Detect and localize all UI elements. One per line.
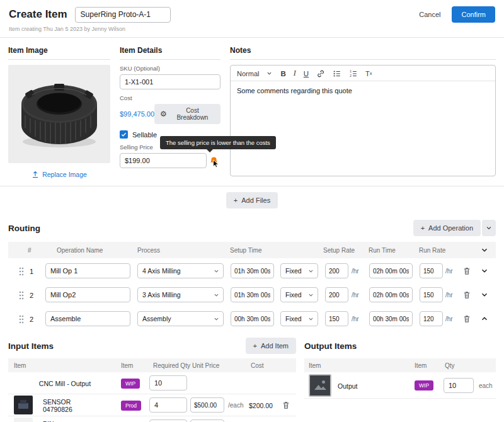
col-qty: Qty [445, 362, 455, 369]
add-files-button[interactable]: + Add Files [226, 192, 278, 208]
run-rate-unit: /hr [445, 268, 453, 275]
add-operation-button[interactable]: + Add Operation [413, 220, 481, 236]
price-warning-icon[interactable] [209, 156, 219, 166]
notes-content[interactable]: Some comments regarding this quote [231, 81, 495, 100]
process-select[interactable]: 3 Axis Milling [137, 287, 224, 302]
upload-icon [32, 171, 39, 178]
gear-icon: ⚙ [160, 110, 167, 118]
routing-heading: Routing [8, 224, 40, 233]
setup-rate-input[interactable] [325, 311, 348, 326]
routing-row: 2 Assembly Fixed /hr /hr [8, 308, 496, 330]
status-badge: WIP [415, 380, 433, 391]
setup-rate-type-select[interactable]: Fixed [280, 287, 318, 302]
input-items-header: Input Items + Add Item [8, 338, 296, 354]
delete-operation-icon[interactable] [462, 266, 471, 277]
cost-value[interactable]: $99,475.00 [120, 110, 154, 118]
format-select[interactable]: Normal [237, 70, 272, 77]
col-item-type: Item [415, 362, 427, 369]
operation-number: 2 [24, 292, 39, 299]
item-name-input[interactable] [75, 7, 171, 23]
routing-row: 1 4 Axis Milling Fixed /hr /hr [8, 260, 496, 282]
bullet-list-button[interactable] [332, 69, 342, 78]
cost-breakdown-label: Cost Breakdown [170, 107, 215, 121]
output-item-name: Output [338, 382, 358, 390]
delete-operation-icon[interactable] [462, 314, 471, 325]
sku-input[interactable] [120, 74, 220, 89]
item-thumbnail [14, 396, 33, 414]
sku-label: SKU (Optional) [120, 65, 220, 72]
run-rate-unit: /hr [445, 316, 453, 322]
setup-time-input[interactable] [231, 263, 274, 278]
add-operation-menu-button[interactable] [482, 220, 496, 236]
unit-price-unit: /each [228, 402, 243, 409]
selling-price-input[interactable] [120, 153, 207, 168]
add-operation-split-button: + Add Operation [413, 220, 496, 236]
run-rate-input[interactable] [420, 287, 443, 302]
setup-time-input[interactable] [231, 287, 274, 302]
chevron-down-icon [214, 268, 219, 274]
format-select-value: Normal [237, 70, 259, 77]
numbered-list-button[interactable]: 12 [348, 69, 358, 78]
bold-button[interactable]: B [280, 70, 286, 77]
run-time-input[interactable] [369, 287, 413, 302]
sellable-checkbox[interactable] [120, 130, 128, 139]
collapse-row-icon[interactable] [481, 315, 488, 324]
delete-operation-icon[interactable] [462, 290, 471, 301]
status-badge: Prod [121, 401, 141, 411]
drag-handle-icon[interactable] [19, 267, 24, 277]
process-select[interactable]: Assembly [137, 311, 224, 326]
replace-image-button[interactable]: Replace Image [8, 171, 110, 178]
process-select[interactable]: 4 Axis Milling [137, 263, 224, 278]
input-item-name: CNC Mill - Output [8, 380, 122, 387]
underline-button[interactable]: U [303, 70, 309, 77]
setup-time-input[interactable] [231, 311, 274, 326]
collapse-all-icon[interactable] [481, 246, 488, 255]
operation-name-input[interactable] [45, 263, 130, 278]
chevron-down-icon [308, 292, 314, 298]
col-run-rate: Run Rate [419, 247, 445, 254]
drag-handle-icon[interactable] [19, 315, 24, 325]
unit-price-input[interactable] [190, 397, 224, 413]
plus-icon: + [421, 224, 425, 232]
operation-number: 1 [24, 268, 39, 275]
create-item-page: { "header": { "title": "Create Item", "i… [0, 0, 504, 422]
expand-row-icon[interactable] [481, 291, 488, 300]
notes-editor: Normal B I U 12 Tx Some comments regardi… [230, 65, 496, 176]
operation-name-input[interactable] [45, 287, 130, 302]
italic-button[interactable]: I [293, 69, 297, 78]
price-warning-tooltip: The selling price is lower than the cost… [160, 136, 276, 149]
item-image-heading: Item Image [8, 44, 110, 60]
input-items-heading: Input Items [8, 341, 54, 351]
output-qty-input[interactable] [444, 378, 474, 393]
setup-rate-input[interactable] [325, 263, 348, 278]
setup-rate-type-select[interactable]: Fixed [280, 263, 318, 278]
run-time-input[interactable] [369, 263, 413, 278]
setup-rate-input[interactable] [325, 287, 348, 302]
unit-price-input[interactable] [190, 419, 224, 422]
setup-rate-type-select[interactable]: Fixed [280, 311, 318, 326]
required-qty-input[interactable] [149, 375, 187, 391]
product-image [8, 65, 110, 163]
expand-row-icon[interactable] [481, 267, 488, 276]
required-qty-input[interactable] [149, 397, 187, 413]
link-button[interactable] [316, 69, 326, 78]
clear-format-button[interactable]: Tx [365, 70, 372, 77]
drag-handle-icon[interactable] [19, 291, 24, 301]
operation-name-input[interactable] [45, 311, 130, 326]
delete-item-icon[interactable] [282, 401, 290, 411]
add-item-label: Add Item [261, 342, 289, 350]
cost-label: Cost [120, 94, 220, 101]
run-time-input[interactable] [369, 311, 413, 326]
svg-text:2: 2 [350, 74, 352, 77]
run-rate-input[interactable] [420, 311, 443, 326]
notes-column: Notes Normal B I U 12 Tx [230, 44, 496, 178]
cancel-button[interactable]: Cancel [413, 7, 447, 22]
output-items-header: Output Items [304, 338, 496, 354]
cost-breakdown-button[interactable]: ⚙ Cost Breakdown [154, 104, 220, 124]
col-unit-price: Unit Price [192, 362, 219, 369]
required-qty-input[interactable] [149, 419, 187, 422]
item-details-heading: Item Details [120, 44, 220, 60]
add-item-button[interactable]: + Add Item [246, 338, 296, 354]
confirm-button[interactable]: Confirm [452, 6, 495, 23]
run-rate-input[interactable] [420, 263, 443, 278]
